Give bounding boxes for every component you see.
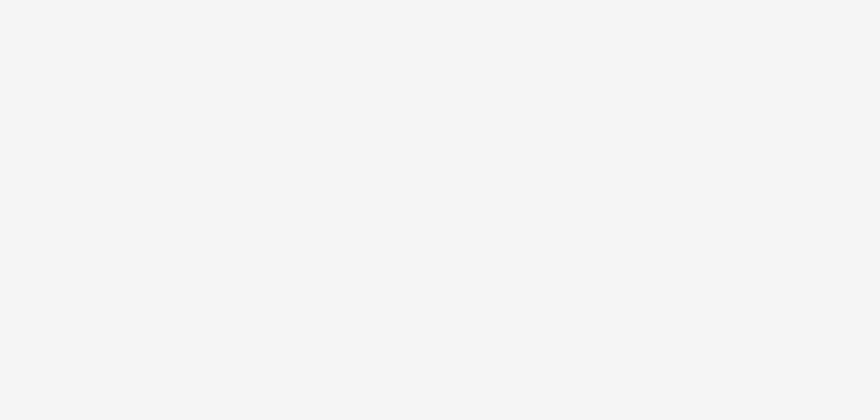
connector-lines — [0, 0, 868, 18]
bracket-container: UB Quarterfinals Upper Bracket Semifinal… — [0, 0, 868, 18]
